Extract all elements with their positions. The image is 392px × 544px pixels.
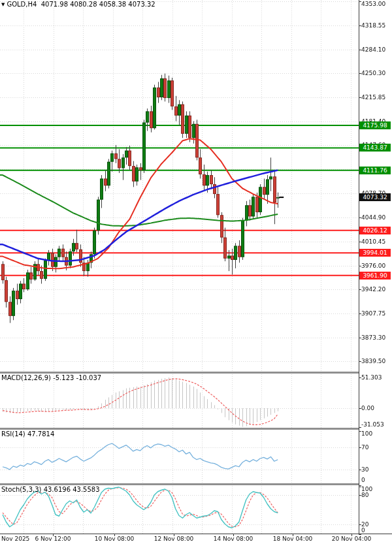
price-axis-label: 4284.10 — [361, 46, 385, 53]
stoch-axis-label: 0 — [361, 527, 365, 534]
resistance-level-badge: 4111.76 — [359, 167, 391, 174]
time-axis-label: 12 Nov 08:00 — [154, 536, 194, 542]
time-axis-label: 10 Nov 08:00 — [95, 536, 135, 542]
support-level-badge: 3961.90 — [359, 272, 391, 280]
rsi-axis-label: 30 — [361, 466, 368, 473]
rsi-axis-label: 70 — [361, 444, 368, 451]
price-axis-label: 3873.30 — [361, 334, 385, 341]
rsi-indicator-label: RSI(14) 47.7814 — [1, 430, 54, 438]
time-axis-label: 20 Nov 04:00 — [332, 536, 372, 542]
price-axis-label: 3976.00 — [361, 263, 385, 269]
ohlc-values-label: 4071.98 4080.28 4058.38 4073.32 — [41, 1, 155, 8]
time-axis-label: 14 Nov 08:00 — [214, 536, 253, 542]
trading-chart-window: ▼GOLD,H4 4071.98 4080.28 4058.38 4073.32… — [0, 0, 392, 544]
current-price-badge: 4073.32 — [359, 193, 391, 201]
resistance-level-badge: 4143.87 — [359, 144, 391, 152]
price-axis-label: 4044.90 — [361, 214, 385, 221]
price-axis-label: 3839.50 — [361, 358, 385, 364]
support-level-badge: 4026.12 — [359, 227, 391, 234]
price-axis-label: 4353.00 — [361, 1, 385, 7]
price-chart-canvas[interactable] — [0, 0, 392, 544]
time-axis-label: Nov 2025 — [1, 536, 29, 542]
stoch-axis-label: 80 — [361, 492, 368, 498]
time-axis-label: 18 Nov 04:00 — [273, 536, 313, 542]
macd-axis-label: 51.303 — [361, 374, 382, 381]
price-axis-label: 4010.45 — [361, 238, 385, 245]
chart-title: ▼GOLD,H4 4071.98 4080.28 4058.38 4073.32 — [1, 1, 155, 8]
symbol-marker-icon: ▼ — [1, 2, 5, 7]
macd-axis-label: 0.00 — [361, 405, 374, 411]
price-axis-label: 4250.30 — [361, 70, 385, 76]
price-axis-label: 3942.20 — [361, 286, 385, 293]
price-axis-label: 4318.55 — [361, 22, 385, 29]
rsi-axis-label: 0 — [361, 477, 365, 483]
support-level-badge: 3994.01 — [359, 249, 391, 257]
macd-indicator-label: MACD(12,26,9) -5.123 -10.037 — [1, 374, 101, 381]
time-axis-label: 6 Nov 12:00 — [35, 536, 71, 542]
stoch-indicator-label: Stoch(5,3,3) 43.6196 43.5583 — [1, 486, 100, 493]
price-axis-label: 3907.75 — [361, 310, 385, 317]
rsi-axis-label: 100 — [361, 430, 372, 437]
symbol-timeframe-label: GOLD,H4 — [7, 1, 37, 8]
price-axis-label: 4215.85 — [361, 94, 385, 101]
macd-axis-label: -31.053 — [361, 421, 384, 428]
resistance-level-badge: 4175.98 — [359, 121, 391, 129]
